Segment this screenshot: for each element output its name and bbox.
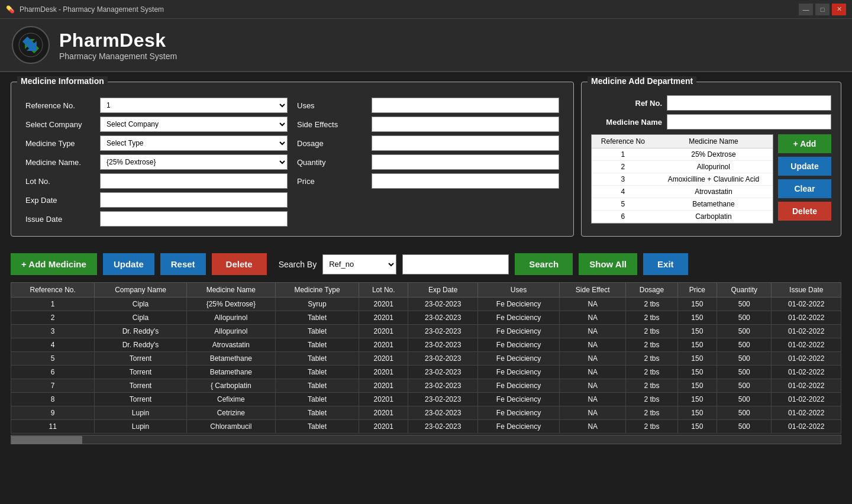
- medicine-add-title: Medicine Add Department: [588, 76, 696, 86]
- table-cell: 01-02-2022: [772, 352, 841, 366]
- update-dept-button[interactable]: Update: [778, 157, 831, 176]
- logo-svg: [18, 32, 44, 58]
- exp-date-label: Exp Date: [25, 196, 96, 205]
- table-cell: 9: [11, 406, 95, 420]
- maximize-button[interactable]: □: [815, 4, 830, 15]
- table-cell: Chlorambucil: [186, 420, 275, 434]
- medicine-name-row: Medicine Name. {25% Dextrose}: [25, 154, 288, 170]
- list-item[interactable]: 3Amoxicilline + Clavulinic Acid: [592, 173, 773, 186]
- table-cell: Torrent: [95, 366, 186, 379]
- list-item[interactable]: 125% Dextrose: [592, 148, 773, 161]
- list-item[interactable]: 6Carboplatin: [592, 211, 773, 223]
- table-row[interactable]: 5TorrentBetamethaneTablet2020123-02-2023…: [11, 352, 841, 366]
- table-cell: 01-02-2022: [772, 420, 841, 434]
- table-cell: 150: [677, 298, 717, 311]
- table-row[interactable]: 11LupinChlorambucilTablet2020123-02-2023…: [11, 420, 841, 434]
- quantity-input[interactable]: [372, 154, 559, 170]
- search-by-select[interactable]: Ref_noMedicine NameCompanyMedicine Type: [322, 254, 396, 274]
- table-cell: Torrent: [95, 393, 186, 406]
- add-medicine-button[interactable]: + Add Medicine: [11, 253, 97, 275]
- table-row[interactable]: 3Dr. Reddy'sAllopurinolTablet2020123-02-…: [11, 325, 841, 338]
- table-header: Side Effect: [560, 283, 626, 298]
- side-effects-input[interactable]: [372, 117, 559, 132]
- scrollbar-thumb[interactable]: [11, 436, 82, 444]
- table-row[interactable]: 9LupinCetrizineTablet2020123-02-2023Fe D…: [11, 406, 841, 420]
- table-cell: 500: [717, 406, 772, 420]
- exp-date-input[interactable]: [100, 192, 288, 208]
- list-item[interactable]: 4Atrovastatin: [592, 186, 773, 198]
- table-cell: Torrent: [95, 379, 186, 393]
- search-input[interactable]: [402, 254, 509, 274]
- horizontal-scrollbar[interactable]: [11, 435, 841, 444]
- delete-dept-button[interactable]: Delete: [778, 202, 831, 221]
- table-row[interactable]: 8TorrentCefiximeTablet2020123-02-2023Fe …: [11, 393, 841, 406]
- table-header: Reference No.: [11, 283, 95, 298]
- issue-date-row: Issue Date: [25, 211, 288, 227]
- table-cell: 150: [677, 338, 717, 352]
- table-cell: NA: [560, 338, 626, 352]
- select-company-select[interactable]: Select Company: [100, 117, 288, 132]
- medicine-name-select[interactable]: {25% Dextrose}: [100, 154, 288, 170]
- lot-no-label: Lot No.: [25, 177, 96, 186]
- exit-button[interactable]: Exit: [643, 253, 688, 275]
- medicine-type-select[interactable]: Select Type: [100, 135, 288, 151]
- table-header: Dosage: [626, 283, 677, 298]
- table-cell: 2 tbs: [626, 298, 677, 311]
- title-bar-left: 💊 PharmDesk - Pharmacy Management System: [6, 5, 164, 14]
- table-cell: 150: [677, 406, 717, 420]
- table-cell: Cipla: [95, 311, 186, 325]
- table-cell: 23-02-2023: [408, 393, 477, 406]
- ref-no-input[interactable]: [667, 95, 831, 111]
- table-cell: Fe Deciciency: [477, 352, 559, 366]
- table-cell: Tablet: [276, 420, 359, 434]
- update-button[interactable]: Update: [103, 253, 154, 275]
- list-item[interactable]: 2Allopurinol: [592, 161, 773, 173]
- reference-no-select[interactable]: 1: [100, 98, 288, 113]
- table-cell: 150: [677, 352, 717, 366]
- table-cell: Allopurinol: [186, 325, 275, 338]
- med-name-row: Medicine Name: [591, 114, 831, 130]
- table-cell: 20201: [359, 325, 408, 338]
- med-name-input[interactable]: [667, 114, 831, 130]
- table-cell: 01-02-2022: [772, 338, 841, 352]
- app-subtitle: Pharmacy Management System: [59, 51, 177, 61]
- table-header: Exp Date: [408, 283, 477, 298]
- issue-date-input[interactable]: [100, 211, 288, 227]
- table-cell: 01-02-2022: [772, 379, 841, 393]
- table-row[interactable]: 4Dr. Reddy'sAtrovastatinTablet2020123-02…: [11, 338, 841, 352]
- table-cell: NA: [560, 311, 626, 325]
- medicine-info-title: Medicine Information: [17, 76, 108, 86]
- table-row[interactable]: 2CiplaAllopurinolTablet2020123-02-2023Fe…: [11, 311, 841, 325]
- table-cell: 500: [717, 366, 772, 379]
- table-cell: 150: [677, 311, 717, 325]
- search-button[interactable]: Search: [515, 253, 573, 275]
- table-row[interactable]: 7Torrent{ CarboplatinTablet2020123-02-20…: [11, 379, 841, 393]
- table-cell: 20201: [359, 338, 408, 352]
- medicine-type-label: Medicine Type: [25, 139, 96, 148]
- table-header: Quantity: [717, 283, 772, 298]
- add-dept-button[interactable]: + Add: [778, 134, 831, 153]
- table-cell: 500: [717, 338, 772, 352]
- table-cell: 20201: [359, 298, 408, 311]
- close-button[interactable]: ✕: [832, 4, 846, 15]
- delete-button[interactable]: Delete: [212, 253, 267, 275]
- lot-no-input[interactable]: [100, 173, 288, 189]
- price-input[interactable]: [372, 173, 559, 189]
- reset-button[interactable]: Reset: [160, 253, 206, 275]
- reference-no-label: Reference No.: [25, 101, 96, 110]
- show-all-button[interactable]: Show All: [579, 253, 637, 275]
- list-item[interactable]: 5Betamethane: [592, 198, 773, 211]
- table-cell: 01-02-2022: [772, 366, 841, 379]
- dept-table-wrapper[interactable]: Reference No Medicine Name 125% Dextrose…: [591, 134, 773, 224]
- table-cell: Fe Deciciency: [477, 379, 559, 393]
- dept-ref-cell: 3: [592, 173, 654, 186]
- minimize-button[interactable]: —: [799, 4, 813, 15]
- table-cell: 2 tbs: [626, 338, 677, 352]
- table-cell: Fe Deciciency: [477, 298, 559, 311]
- table-row[interactable]: 1Cipla{25% Dextrose}Syrup2020123-02-2023…: [11, 298, 841, 311]
- uses-input[interactable]: [372, 98, 559, 113]
- table-row[interactable]: 6TorrentBetamethaneTablet2020123-02-2023…: [11, 366, 841, 379]
- quantity-label: Quantity: [297, 158, 368, 167]
- dosage-input[interactable]: [372, 135, 559, 151]
- clear-dept-button[interactable]: Clear: [778, 179, 831, 198]
